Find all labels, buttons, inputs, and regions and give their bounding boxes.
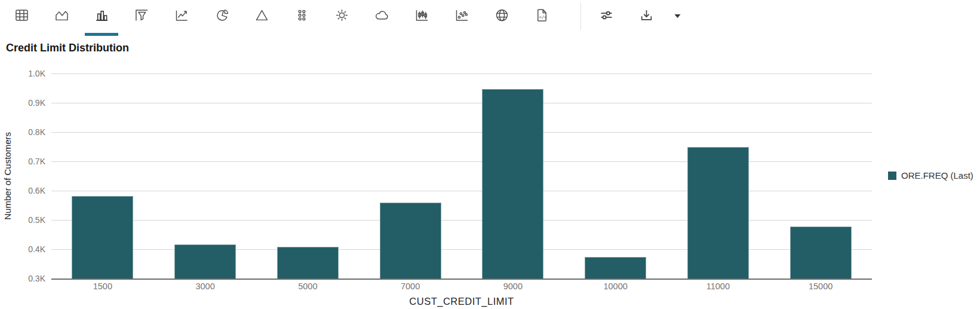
x-tick-label: 5000 [298,282,317,291]
gridline [51,191,872,191]
chart-type-pyramid-button[interactable] [245,0,278,36]
gridline [51,161,872,162]
x-tick-label: 7000 [401,282,420,291]
bar-5000[interactable] [277,247,339,279]
box-plot-icon [414,7,430,23]
y-tick-label: 0.4K [28,244,45,254]
gridline [51,132,872,133]
x-tick-label: 1500 [93,282,112,291]
legend[interactable]: ORE.FREQ (Last) [888,170,973,180]
word-cloud-icon [374,7,390,23]
chart-type-sunburst-button[interactable] [325,0,358,36]
download-button[interactable] [629,0,663,36]
gridline [51,103,872,103]
y-tick-label: 0.3K [28,274,45,283]
x-tick-label: 9000 [503,282,523,291]
trend-line-icon [174,7,190,23]
plot-area [51,74,872,280]
map-globe-icon [494,7,510,23]
pyramid-icon [254,7,270,23]
bar-3000[interactable] [174,244,236,279]
bar-1500[interactable] [72,196,133,279]
chart-type-table-button[interactable] [5,0,38,36]
x-tick-label: 15000 [809,282,832,291]
chart-type-raw-code-button[interactable]: </> [525,0,558,36]
dot-grid-icon [294,7,310,23]
download-menu-caret-icon [674,13,681,19]
bar-9000[interactable] [482,89,543,279]
y-tick-label: 1.0K [28,69,45,78]
bar-11000[interactable] [687,147,749,279]
x-tick-label: 3000 [195,282,214,291]
scatter-plot-icon [454,7,470,23]
y-tick-label: 0.6K [28,186,45,195]
y-tick-label: 0.8K [28,127,45,137]
bar-15000[interactable] [790,227,852,279]
line-chart-icon [54,7,70,23]
chart-title: Credit Limit Distribution [6,42,129,54]
chart-type-map-button[interactable] [485,0,518,36]
settings-sliders-icon [598,7,615,23]
chart-settings-button[interactable] [589,0,623,36]
chart-toolbar: </> [0,0,980,38]
chart-type-trend-button[interactable] [165,0,198,36]
download-menu-button[interactable] [669,0,685,36]
raw-code-icon: </> [534,7,550,23]
chart-type-funnel-button[interactable] [125,0,158,36]
sunburst-icon [334,7,350,23]
x-tick-label: 10000 [603,282,627,291]
chart-type-bar-button[interactable] [85,0,118,36]
bar-chart-icon [94,7,110,23]
chart-widget: </> Credit Limit Distribution Number [0,0,980,309]
pie-chart-icon [214,7,230,23]
chart-type-box-plot-button[interactable] [405,0,438,36]
chart-type-word-cloud-button[interactable] [365,0,398,36]
legend-label: ORE.FREQ (Last) [901,170,973,180]
gridline [51,220,872,221]
chart-type-pie-button[interactable] [205,0,238,36]
legend-swatch [888,172,896,180]
gridline [51,74,872,74]
y-tick-label: 0.7K [28,157,45,166]
toolbar-separator [580,2,581,30]
bar-10000[interactable] [585,257,646,279]
x-tick-label: 11000 [706,282,730,291]
funnel-icon [134,7,150,23]
chart-type-line-button[interactable] [45,0,78,36]
svg-text:</>: </> [539,14,547,20]
y-axis-tick-labels: 1.0K0.9K0.8K0.7K0.6K0.5K0.4K0.3K [0,74,45,279]
x-axis-tick-labels: 15003000500070009000100001100015000 [51,282,872,293]
table-icon [14,7,30,23]
chart-type-dot-grid-button[interactable] [285,0,318,36]
chart-type-scatter-button[interactable] [445,0,478,36]
y-tick-label: 0.5K [28,215,45,225]
x-axis-title: CUST_CREDIT_LIMIT [51,296,872,307]
bar-7000[interactable] [380,203,441,279]
y-tick-label: 0.9K [28,98,45,108]
download-icon [638,7,655,23]
